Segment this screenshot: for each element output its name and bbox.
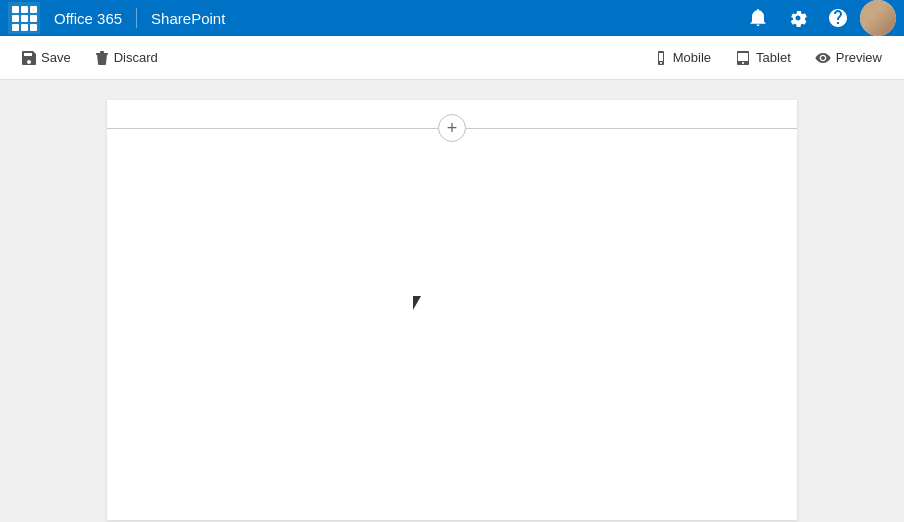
help-icon	[829, 9, 847, 27]
save-icon	[22, 51, 36, 65]
add-section-line-right	[466, 128, 797, 129]
save-button[interactable]: Save	[12, 42, 81, 74]
settings-button[interactable]	[780, 0, 816, 36]
plus-icon: +	[447, 119, 458, 137]
preview-label: Preview	[836, 50, 882, 65]
tablet-icon	[735, 51, 751, 65]
title-divider	[136, 8, 137, 28]
waffle-menu-button[interactable]	[8, 2, 40, 34]
notifications-button[interactable]	[740, 0, 776, 36]
toolbar-view-options: Mobile Tablet Preview	[644, 42, 892, 74]
edit-toolbar: Save Discard Mobile Tablet Preview	[0, 36, 904, 80]
user-avatar[interactable]	[860, 0, 896, 36]
app-name: Office 365	[44, 10, 132, 27]
topbar-actions	[740, 0, 896, 36]
mobile-view-button[interactable]: Mobile	[644, 42, 721, 74]
add-section-button[interactable]: +	[438, 114, 466, 142]
discard-button[interactable]: Discard	[85, 42, 168, 74]
cursor-indicator	[413, 296, 425, 312]
preview-icon	[815, 51, 831, 65]
cursor-shape	[413, 296, 421, 310]
tablet-label: Tablet	[756, 50, 791, 65]
help-button[interactable]	[820, 0, 856, 36]
bell-icon	[749, 9, 767, 27]
discard-icon	[95, 51, 109, 65]
mobile-label: Mobile	[673, 50, 711, 65]
save-label: Save	[41, 50, 71, 65]
add-section-line-left	[107, 128, 438, 129]
avatar-image	[860, 0, 896, 36]
page-canvas: +	[107, 100, 797, 520]
app-subtitle: SharePoint	[141, 10, 235, 27]
add-section-row: +	[107, 114, 797, 142]
waffle-grid-icon	[12, 6, 37, 31]
mobile-icon	[654, 51, 668, 65]
gear-icon	[789, 9, 807, 27]
top-navbar: Office 365 SharePoint	[0, 0, 904, 36]
tablet-view-button[interactable]: Tablet	[725, 42, 801, 74]
discard-label: Discard	[114, 50, 158, 65]
main-canvas-area: +	[0, 80, 904, 522]
preview-button[interactable]: Preview	[805, 42, 892, 74]
